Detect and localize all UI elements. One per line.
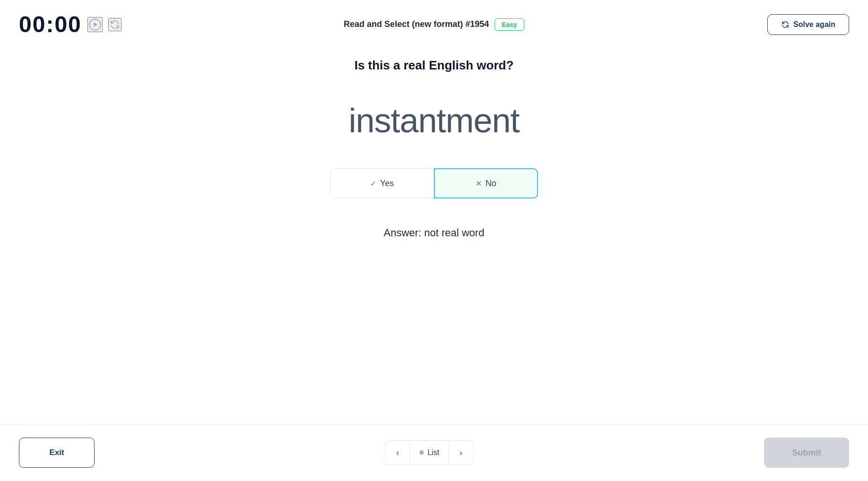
- submit-button[interactable]: Submit: [764, 438, 849, 468]
- timer-display: 00:00: [19, 11, 82, 37]
- solve-again-icon: [781, 20, 790, 29]
- question-text: Is this a real English word?: [355, 58, 514, 73]
- timer-section: 00:00: [19, 11, 122, 37]
- list-button[interactable]: ≡ List: [410, 440, 449, 465]
- footer: Exit ‹ ≡ List › Submit: [0, 424, 868, 481]
- check-icon: ✓: [370, 179, 376, 188]
- yes-label: Yes: [380, 179, 394, 189]
- main-content: Is this a real English word? instantment…: [0, 49, 868, 424]
- prev-button[interactable]: ‹: [385, 440, 410, 465]
- chevron-left-icon: ‹: [396, 448, 399, 458]
- answer-buttons: ✓ Yes ✕ No: [330, 168, 538, 198]
- refresh-icon: [109, 19, 121, 30]
- word-display: instantment: [348, 101, 519, 140]
- play-icon: [88, 18, 102, 31]
- svg-marker-1: [94, 22, 97, 26]
- reset-button[interactable]: [108, 18, 122, 31]
- title-section: Read and Select (new format) #1954 Easy: [344, 18, 524, 31]
- solve-again-label: Solve again: [793, 20, 835, 29]
- exercise-title: Read and Select (new format) #1954: [344, 19, 489, 29]
- no-label: No: [486, 179, 496, 189]
- exit-button[interactable]: Exit: [19, 438, 95, 468]
- x-icon: ✕: [476, 179, 482, 188]
- navigation-section: ‹ ≡ List ›: [385, 440, 473, 465]
- difficulty-badge: Easy: [495, 18, 524, 31]
- chevron-right-icon: ›: [460, 448, 462, 458]
- play-button[interactable]: [87, 17, 103, 32]
- answer-result: Answer: not real word: [384, 227, 485, 239]
- yes-button[interactable]: ✓ Yes: [330, 168, 434, 198]
- list-icon: ≡: [419, 448, 424, 457]
- solve-again-button[interactable]: Solve again: [767, 14, 849, 35]
- header: 00:00 Read and Select (new format) #1954…: [0, 0, 868, 49]
- no-button[interactable]: ✕ No: [434, 168, 538, 198]
- list-label: List: [427, 448, 439, 457]
- next-button[interactable]: ›: [449, 440, 473, 465]
